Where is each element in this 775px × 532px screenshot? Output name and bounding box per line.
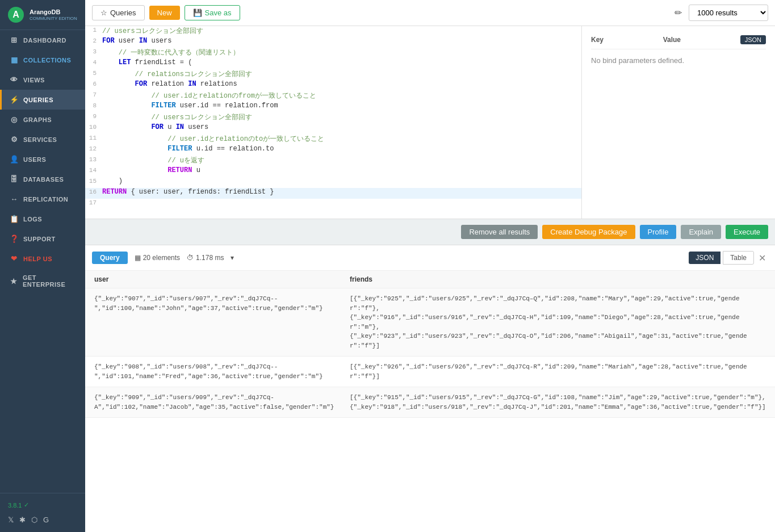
queries-button[interactable]: ☆ Queries [92,5,145,20]
row-user-3: {"_key":"909","_id":"users/909","_rev":"… [94,393,350,412]
logo-edition: COMMUNITY EDITION [30,16,77,21]
graphs-icon: ◎ [10,115,19,124]
collections-icon: ▦ [10,56,19,64]
table-row: {"_key":"909","_id":"users/909","_rev":"… [85,387,775,418]
sidebar-label-dashboard: DASHBOARD [23,37,66,44]
sidebar-item-databases[interactable]: 🗄 DATABASES [0,169,85,189]
results-select[interactable]: 1000 results 100 results 250 results 500… [689,5,768,21]
version-text: 3.8.1 [8,502,22,509]
enterprise-icon: ★ [10,277,18,286]
sidebar-label-views: VIEWS [23,77,45,83]
remove-all-button[interactable]: Remove all results [461,225,538,239]
row-user-1: {"_key":"907","_id":"users/907","_rev":"… [94,294,350,313]
execute-button[interactable]: Execute [726,225,768,239]
sidebar-label-replication: REPLICATION [23,196,68,203]
elements-count: ▦ 20 elements [135,254,180,262]
debug-button[interactable]: Create Debug Package [542,225,635,239]
support-icon: ❓ [10,234,19,243]
social-icons: 𝕏 ✱ ⬡ G [0,512,85,527]
replication-icon: ↔ [10,195,19,203]
results-toolbar: Query ▦ 20 elements ⏱ 1.178 ms ▾ JSON Ta… [85,245,775,271]
results-header: user friends [85,271,775,288]
sidebar-label-services: SERVICES [23,136,57,143]
code-line-11: 11 // user.idとrelationのtoが一致していること [85,134,581,145]
code-line-2: 2 FOR user IN users [85,37,581,48]
sidebar-item-logs[interactable]: 📋 LOGS [0,209,85,229]
slack-icon[interactable]: ⬡ [31,516,37,524]
sidebar-item-views[interactable]: 👁 VIEWS [0,70,85,90]
svg-text:A: A [12,10,19,19]
sidebar-item-support[interactable]: ❓ SUPPORT [0,229,85,249]
google-icon[interactable]: G [43,516,49,524]
col-header-friends: friends [350,275,766,283]
sidebar-item-dashboard[interactable]: ⊞ DASHBOARD [0,30,85,50]
code-line-12: 12 FILTER u.id == relation.to [85,145,581,156]
twitter-icon[interactable]: 𝕏 [8,516,14,524]
sidebar-item-graphs[interactable]: ◎ GRAPHS [0,110,85,129]
code-line-10: 10 FOR u IN users [85,123,581,134]
databases-icon: 🗄 [10,175,19,183]
sidebar-label-help-us: HELP US [23,255,52,262]
sidebar-item-services[interactable]: ⚙ SERVICES [0,129,85,149]
dropdown-icon[interactable]: ▾ [231,254,234,262]
code-line-15: 15 ) [85,177,581,188]
sidebar-item-replication[interactable]: ↔ REPLICATION [0,189,85,209]
sidebar-bottom: 3.8.1 ✓ 𝕏 ✱ ⬡ G [0,493,85,532]
code-line-7: 7 // user.idとrelationのfromが一致していること [85,91,581,102]
star-icon: ☆ [100,9,107,17]
views-icon: 👁 [10,76,19,84]
col-header-user: user [94,275,350,283]
pencil-button[interactable]: ✏ [672,5,684,20]
row-friends-3: [{"_key":"915","_id":"users/915","_rev":… [350,393,766,412]
row-user-2: {"_key":"908","_id":"users/908","_rev":"… [94,362,350,381]
sidebar-item-queries[interactable]: ⚡ QUERIES [0,90,85,110]
heart-icon: ❤ [10,254,19,263]
main-content: ☆ Queries New 💾 Save as ✏ 1000 results 1… [85,0,775,532]
sidebar-item-get-enterprise[interactable]: ★ GET ENTERPRISE [0,269,85,294]
sidebar-label-get-enterprise: GET ENTERPRISE [23,274,77,288]
code-line-3: 3 // 一時変数に代入する（関連リスト） [85,48,581,58]
logs-icon: 📋 [10,215,19,223]
save-button[interactable]: 💾 Save as [185,5,240,20]
sidebar-item-help-us[interactable]: ❤ HELP US [0,249,85,269]
explain-button[interactable]: Explain [681,225,721,239]
bind-params-panel: Key Value JSON No bind parameters define… [582,26,775,219]
code-line-9: 9 // usersコレクション全部回す [85,112,581,123]
sidebar-label-users: USERS [23,156,46,163]
table-view-tab[interactable]: Table [723,251,754,265]
json-badge[interactable]: JSON [740,35,766,44]
sidebar-label-queries: QUERIES [23,97,53,103]
users-icon: 👤 [10,155,19,164]
query-tab[interactable]: Query [92,252,128,264]
sidebar-item-collections[interactable]: ▦ COLLECTIONS [0,50,85,70]
toolbar: ☆ Queries New 💾 Save as ✏ 1000 results 1… [85,0,775,26]
sidebar-label-collections: COLLECTIONS [23,57,71,64]
new-button[interactable]: New [149,6,180,20]
sidebar-nav: ⊞ DASHBOARD ▦ COLLECTIONS 👁 VIEWS ⚡ QUER… [0,30,85,493]
bind-key-label: Key [591,36,604,44]
save-icon: 💾 [193,9,202,17]
action-bar: Remove all results Create Debug Package … [85,219,775,245]
sidebar-item-users[interactable]: 👤 USERS [0,149,85,169]
version-badge: 3.8.1 ✓ [0,498,85,512]
bind-value-label: Value [663,36,681,44]
query-time: ⏱ 1.178 ms [187,254,224,262]
editor-panel: 1 // usersコレクション全部回す 2 FOR user IN users… [85,26,775,219]
code-line-14: 14 RETURN u [85,166,581,177]
code-line-5: 5 // relationsコレクション全部回す [85,69,581,80]
no-bind-params-text: No bind parameters defined. [591,56,766,65]
github-icon[interactable]: ✱ [19,516,26,524]
table-row: {"_key":"908","_id":"users/908","_rev":"… [85,357,775,387]
code-line-16: 16 RETURN { user: user, friends: friendL… [85,188,581,199]
code-editor[interactable]: 1 // usersコレクション全部回す 2 FOR user IN users… [85,26,582,219]
profile-button[interactable]: Profile [640,225,677,239]
results-table: user friends {"_key":"907","_id":"users/… [85,271,775,418]
clock-icon: ⏱ [187,254,194,262]
row-friends-2: [{"_key":"926","_id":"users/926","_rev":… [350,362,766,381]
services-icon: ⚙ [10,135,19,144]
sidebar-label-databases: DATABASES [23,176,64,183]
json-view-tab[interactable]: JSON [689,252,720,264]
close-results-button[interactable]: ✕ [756,253,768,263]
table-icon: ▦ [135,254,141,262]
queries-icon: ⚡ [10,95,19,104]
